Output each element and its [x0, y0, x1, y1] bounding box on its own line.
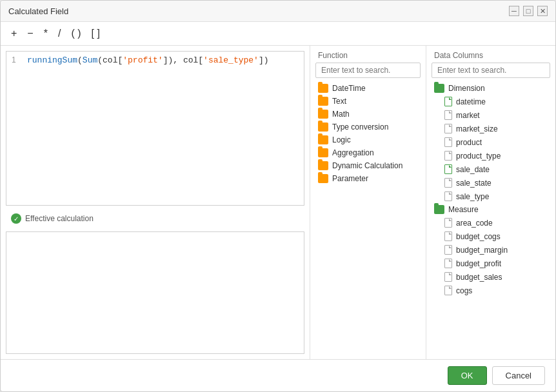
col-label: sale_state — [456, 179, 491, 188]
parens-operator-button[interactable]: ( ) — [68, 27, 83, 40]
ok-button[interactable]: OK — [448, 366, 487, 385]
col-label: market — [456, 111, 480, 120]
function-item-label: Logic — [332, 135, 351, 144]
data-columns-list: Dimension datetime market market_size — [426, 82, 555, 359]
file-icon — [444, 124, 452, 133]
col-label: datetime — [456, 97, 486, 106]
col-label: budget_margin — [456, 246, 508, 255]
brackets-operator-button[interactable]: [ ] — [88, 27, 102, 40]
data-columns-header: Data Columns — [426, 46, 555, 63]
func-sum: Sum — [83, 55, 97, 65]
file-icon — [444, 191, 452, 201]
col-label: budget_cogs — [456, 232, 501, 241]
code-content: runningSum(Sum(col['profit']), col['sale… — [27, 54, 269, 67]
maximize-button[interactable]: □ — [523, 6, 533, 16]
function-item-aggregation[interactable]: Aggregation — [310, 146, 426, 159]
file-icon — [444, 245, 452, 255]
function-item-datetime[interactable]: DateTime — [310, 82, 426, 95]
window-controls: ─ □ ✕ — [509, 6, 548, 16]
formula-toolbar: + − * / ( ) [ ] — [1, 22, 555, 46]
function-item-dynamic-calculation[interactable]: Dynamic Calculation — [310, 159, 426, 172]
col-label: sale_type — [456, 192, 489, 201]
dialog-title: Calculated Field — [8, 6, 68, 16]
function-item-label: DateTime — [332, 84, 366, 93]
file-icon — [444, 110, 452, 120]
folder-icon — [318, 161, 328, 170]
function-item-logic[interactable]: Logic — [310, 133, 426, 146]
file-green-icon — [444, 164, 452, 174]
col-label: budget_profit — [456, 259, 501, 268]
data-columns-search-input[interactable] — [432, 63, 550, 78]
func-runningsum: runningSum — [27, 55, 77, 65]
group-measure[interactable]: Measure — [426, 203, 555, 216]
formula-editor[interactable]: 1 runningSum(Sum(col['profit']), col['sa… — [6, 51, 304, 206]
col-cogs[interactable]: cogs — [426, 284, 555, 297]
file-icon — [444, 272, 452, 282]
minus-operator-button[interactable]: − — [25, 27, 35, 40]
file-icon — [444, 137, 452, 147]
col-market-size[interactable]: market_size — [426, 122, 555, 135]
folder-icon — [318, 110, 328, 119]
folder-green-icon — [434, 84, 444, 93]
col-sale-type: 'sale_type' — [203, 55, 259, 65]
function-panel: Function DateTime Text Math — [310, 46, 426, 359]
folder-icon — [318, 148, 328, 157]
title-bar: Calculated Field ─ □ ✕ — [1, 1, 555, 22]
calculated-field-dialog: Calculated Field ─ □ ✕ + − * / ( ) [ ] 1… — [0, 0, 556, 392]
line-number: 1 — [12, 54, 27, 67]
cancel-button[interactable]: Cancel — [492, 366, 545, 385]
main-content: 1 runningSum(Sum(col['profit']), col['sa… — [1, 46, 555, 359]
function-item-label: Dynamic Calculation — [332, 161, 402, 170]
function-item-label: Type conversion — [332, 122, 388, 132]
function-item-label: Text — [332, 97, 346, 106]
function-list: DateTime Text Math Type conversion — [310, 82, 426, 359]
col-profit: 'profit' — [123, 55, 163, 65]
col-label: budget_sales — [456, 273, 502, 282]
col-label: cogs — [456, 286, 472, 295]
group-label: Dimension — [448, 84, 485, 93]
col-label: area_code — [456, 219, 493, 228]
file-icon — [444, 218, 452, 228]
col-sale-state[interactable]: sale_state — [426, 176, 555, 190]
col-market[interactable]: market — [426, 108, 555, 122]
notes-area[interactable] — [6, 231, 304, 354]
col-sale-date[interactable]: sale_date — [426, 162, 555, 176]
close-button[interactable]: ✕ — [537, 6, 548, 16]
col-label: product — [456, 138, 482, 147]
col-area-code[interactable]: area_code — [426, 216, 555, 230]
divide-operator-button[interactable]: / — [55, 27, 63, 40]
function-item-label: Parameter — [332, 174, 368, 183]
function-item-label: Math — [332, 110, 350, 119]
function-item-parameter[interactable]: Parameter — [310, 172, 426, 185]
col-sale-type[interactable]: sale_type — [426, 190, 555, 203]
code-line-1: 1 runningSum(Sum(col['profit']), col['sa… — [6, 52, 304, 70]
col-budget-sales[interactable]: budget_sales — [426, 270, 555, 284]
col-label: sale_date — [456, 165, 490, 174]
file-icon — [444, 259, 452, 268]
plus-operator-button[interactable]: + — [8, 27, 19, 40]
col-product-type[interactable]: product_type — [426, 149, 555, 162]
col-budget-margin[interactable]: budget_margin — [426, 243, 555, 257]
function-item-math[interactable]: Math — [310, 108, 426, 121]
group-dimension[interactable]: Dimension — [426, 82, 555, 95]
col-product[interactable]: product — [426, 135, 555, 149]
col-datetime[interactable]: datetime — [426, 95, 555, 108]
col-budget-profit[interactable]: budget_profit — [426, 257, 555, 270]
file-icon — [444, 231, 452, 241]
status-bar: ✓ Effective calculation — [6, 211, 304, 226]
status-text: Effective calculation — [25, 214, 94, 223]
function-search-input[interactable] — [315, 63, 421, 78]
file-green-icon — [444, 97, 452, 106]
multiply-operator-button[interactable]: * — [41, 27, 50, 40]
function-item-text[interactable]: Text — [310, 95, 426, 108]
status-valid-icon: ✓ — [11, 213, 21, 224]
file-icon — [444, 151, 452, 161]
data-columns-panel: Data Columns Dimension datetime market — [426, 46, 555, 359]
folder-icon — [318, 174, 328, 183]
right-panel: Function DateTime Text Math — [310, 46, 555, 359]
minimize-button[interactable]: ─ — [509, 6, 519, 16]
col-label: product_type — [456, 152, 501, 161]
folder-green-icon — [434, 205, 444, 214]
function-item-type-conversion[interactable]: Type conversion — [310, 121, 426, 133]
col-budget-cogs[interactable]: budget_cogs — [426, 230, 555, 243]
